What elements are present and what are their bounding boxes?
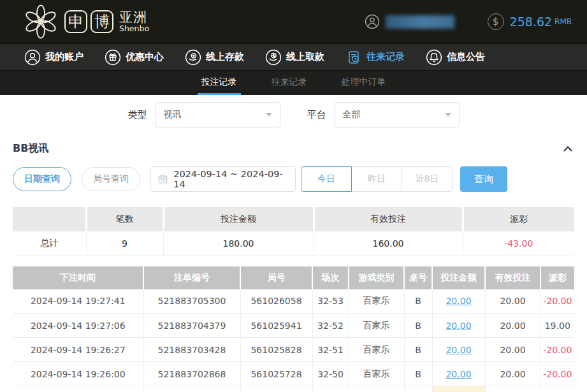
table-row: 2024-09-14 19:26:27 521883703428 5610258…: [13, 338, 574, 362]
tab-bet-records[interactable]: 投注记录: [198, 71, 241, 95]
today-button[interactable]: 今日: [301, 166, 352, 192]
user-icon: [365, 14, 380, 29]
summary-header-valid-bet: 有效投注: [314, 207, 463, 231]
table-row: 2024-09-14 19:26:00 521883702868 5610257…: [13, 362, 574, 386]
nav-item-deposit[interactable]: 线上存款: [185, 49, 244, 66]
game-type: 百家乐: [349, 362, 404, 386]
summary-header-bet-amount: 投注金额: [163, 207, 314, 231]
round-id: 561025728: [240, 362, 312, 386]
yesterday-button[interactable]: 昨日: [351, 166, 402, 192]
payout: -20.00: [540, 289, 574, 314]
session: 32-51: [312, 338, 349, 362]
nav-item-my-account[interactable]: 我的账户: [24, 49, 83, 66]
bet-amount-link[interactable]: 20.00: [432, 338, 485, 362]
user-account[interactable]: [365, 14, 454, 29]
record-tabs: 投注记录 往来记录 处理中订单: [0, 71, 587, 95]
nav-item-withdraw[interactable]: 线上取款: [265, 49, 324, 66]
ticket-id: 521883702868: [143, 362, 240, 386]
summary-total-row: 总计 9 180.00 160.00 -43.00: [13, 231, 574, 256]
search-button[interactable]: 查询: [460, 166, 507, 192]
tab-transaction-records[interactable]: 往来记录: [268, 71, 311, 95]
round-query-button[interactable]: 局号查询: [82, 167, 140, 191]
nav-item-promotions[interactable]: 优惠中心: [105, 49, 164, 66]
round-id: 561025828: [240, 338, 312, 362]
type-select[interactable]: 视讯: [156, 102, 280, 127]
records-icon: [345, 49, 362, 66]
header-game-type: 游戏类别: [349, 266, 404, 289]
valid-bet: 20.00: [485, 362, 540, 386]
summary-payout: -43.00: [463, 231, 574, 256]
bet-time: 2024-09-14 19:26:00: [13, 362, 143, 386]
chevron-down-icon: [445, 113, 451, 117]
app-header: 申 博 亚洲 Shenbo $ 258.62 RMB: [0, 0, 587, 43]
tab-pending-orders[interactable]: 处理中订单: [338, 71, 390, 95]
summary-header-payout: 派彩: [463, 207, 574, 231]
platform-select[interactable]: 全部: [335, 102, 460, 127]
nav-item-transaction-records[interactable]: 往来记录: [345, 49, 405, 66]
header-ticket-id: 注单编号: [143, 266, 240, 289]
ticket-id: 521883704379: [143, 314, 240, 338]
gift-icon: [105, 49, 121, 66]
header-session: 场次: [312, 266, 349, 289]
round-id: 561025941: [240, 314, 312, 338]
bet-time: 2024-09-14 19:27:41: [13, 289, 143, 314]
header-round-id: 局号: [240, 266, 312, 289]
brand-region: 亚洲 Shenbo: [119, 10, 149, 33]
round-id: 561026058: [240, 289, 312, 314]
summary-header-row: 笔数 投注金额 有效投注 派彩: [13, 207, 574, 231]
chevron-down-icon: [266, 113, 272, 117]
calendar-icon: [158, 174, 168, 184]
platform-filter: 平台 全部: [307, 102, 460, 127]
valid-bet: 20.00: [485, 314, 540, 338]
header-bet-time: 下注时间: [13, 266, 143, 289]
payout: -20.00: [540, 362, 574, 386]
dollar-icon: $: [488, 13, 504, 30]
summary-header-count: 笔数: [86, 207, 163, 231]
platform-label: 平台: [307, 109, 326, 121]
section-header: BB视讯: [13, 142, 574, 156]
nav-item-announcements[interactable]: 信息公告: [426, 49, 485, 66]
game-type: 百家乐: [349, 289, 404, 314]
header-table-no: 桌号: [404, 266, 432, 289]
valid-bet: 20.00: [485, 338, 540, 362]
summary-valid-bet: 160.00: [314, 231, 463, 256]
detail-header-row: 下注时间 注单编号 局号 场次 游戏类别 桌号 投注金额 有效投注 派彩: [13, 266, 574, 289]
table-row: 2024-09-14 19:27:41 521883705300 5610260…: [13, 289, 574, 314]
last-8-days-button[interactable]: 近8日: [402, 166, 453, 192]
flower-logo-icon: [23, 4, 59, 40]
bet-amount-link[interactable]: 20.00: [432, 314, 485, 338]
bet-time: 2024-09-14 19:27:06: [13, 314, 143, 338]
game-type: 百家乐: [349, 314, 404, 338]
balance-amount: 258.62: [510, 15, 552, 29]
brand-char-bo: 博: [91, 10, 113, 33]
quick-range-group: 今日 昨日 近8日: [301, 166, 453, 192]
bet-detail-table: 下注时间 注单编号 局号 场次 游戏类别 桌号 投注金额 有效投注 派彩 202…: [13, 266, 574, 392]
table-no: B: [404, 289, 432, 314]
type-label: 类型: [128, 109, 147, 121]
brand-logo: 申 博 亚洲 Shenbo: [23, 4, 149, 40]
username-redacted: [386, 15, 454, 29]
summary-bet-amount: 180.00: [163, 231, 314, 256]
brand-char-shen: 申: [64, 10, 87, 33]
bet-amount-link[interactable]: 20.00: [432, 289, 485, 314]
withdraw-icon: [265, 49, 282, 66]
collapse-section-button[interactable]: [562, 143, 574, 156]
session: 32-52: [312, 314, 349, 338]
summary-table: 笔数 投注金额 有效投注 派彩 总计 9 180.00 160.00 -43.0…: [13, 207, 574, 256]
header-valid-bet: 有效投注: [485, 266, 540, 289]
bet-amount-link[interactable]: 20.00: [432, 362, 485, 386]
date-range-input[interactable]: 2024-09-14 ~ 2024-09-14: [150, 166, 296, 192]
balance-display: $ 258.62 RMB: [488, 13, 572, 30]
balance-currency: RMB: [554, 17, 572, 26]
payout: 19.00: [540, 314, 574, 338]
bell-icon: [426, 49, 442, 66]
bet-time: 2024-09-14 19:26:27: [13, 338, 143, 362]
date-query-button[interactable]: 日期查询: [13, 167, 71, 191]
summary-total-label: 总计: [13, 231, 86, 256]
table-row: 2024-09-14 19:27:06 521883704379 5610259…: [13, 314, 574, 338]
filter-row: 类型 视讯 平台 全部: [0, 102, 587, 127]
payout: -20.00: [540, 338, 574, 362]
table-no: B: [404, 314, 432, 338]
summary-count: 9: [86, 231, 163, 256]
deposit-icon: [185, 49, 201, 66]
